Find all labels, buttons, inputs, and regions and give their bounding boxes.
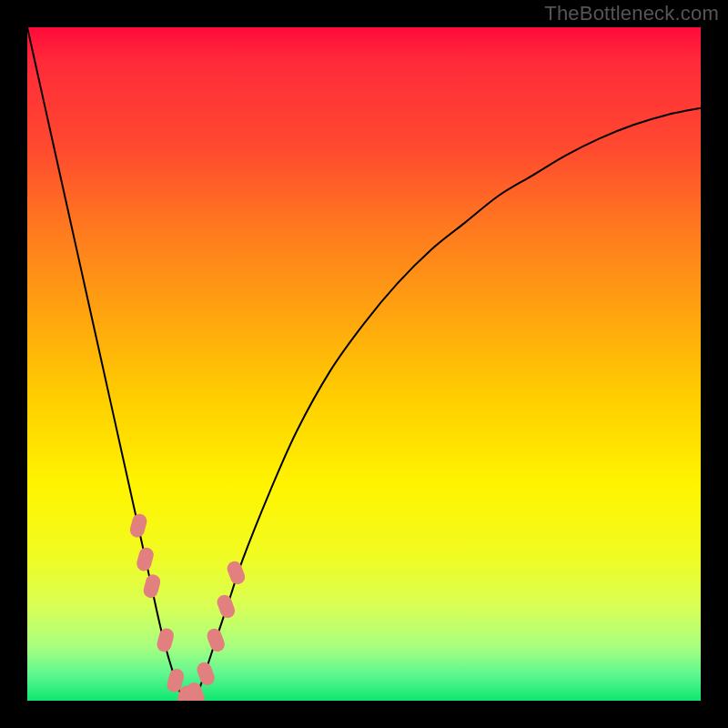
- marker-group: [128, 512, 247, 701]
- bottleneck-curve: [27, 27, 701, 701]
- curve-marker: [135, 546, 155, 572]
- curve-marker: [215, 592, 237, 620]
- curve-marker: [128, 512, 148, 539]
- bottleneck-curve-svg: [27, 27, 701, 701]
- plot-area: [27, 27, 701, 701]
- curve-marker: [142, 573, 162, 600]
- watermark-text: TheBottleneck.com: [544, 2, 719, 25]
- chart-container: TheBottleneck.com: [0, 0, 728, 728]
- curve-marker: [225, 559, 247, 586]
- curve-marker: [195, 660, 217, 687]
- curve-marker: [156, 627, 176, 653]
- curve-marker: [205, 626, 227, 653]
